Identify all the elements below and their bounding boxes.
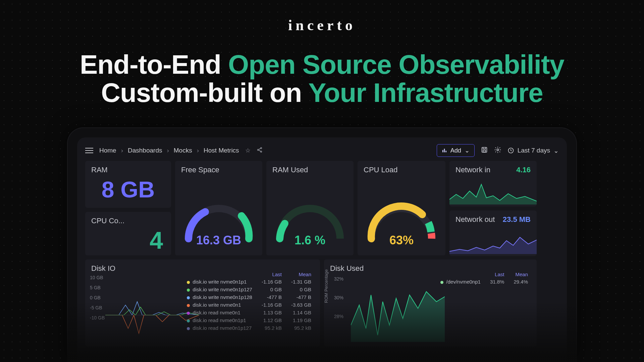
legend-row[interactable]: disk.io write nvme0n1p1-1.16 GB-1.31 GB [182,278,316,286]
legend-row[interactable]: disk.io write nvme0n1-1.16 GB-3.63 GB [182,301,316,309]
time-range-picker[interactable]: Last 7 days ⌄ [507,147,559,155]
cores-value: 4 [91,227,165,254]
dashboard-grid: RAM 8 GB CPU Co... 4 Free Space [85,161,559,362]
clock-icon [507,147,514,154]
brand-logo: incerto [0,0,644,34]
legend-row[interactable]: disk.io read nvme0n1p12795.2 kB95.2 kB [182,324,316,332]
panel-title: CPU Load [364,166,439,174]
breadcrumb: Home › Dashboards › Mocks › Host Metrics [99,147,239,154]
headline-part: Custom-built on [101,78,308,108]
axis-label: 30% [334,295,343,300]
network-out-value: 23.5 MB [503,215,531,224]
legend-row[interactable]: disk.io write nvme0n1p128-477 B-477 B [182,293,316,301]
axis-label: 10 GB [90,275,105,280]
diskio-y-axis: 10 GB 5 GB 0 GB -5 GB -10 GB [90,275,105,320]
panel-title: RAM [91,166,165,174]
diskused-chart [351,285,445,342]
crumb-hostmetrics[interactable]: Host Metrics [204,147,239,154]
panel-network-out[interactable]: Network out 23.5 MB [449,210,537,256]
svg-rect-7 [483,150,485,152]
axis-label: 32% [334,276,343,282]
panel-disk-used[interactable]: Disk Used 32% 30% 28% ROM Percentage Las… [324,259,537,347]
svg-point-8 [497,149,499,151]
panel-title: Free Space [181,166,256,174]
share-icon[interactable] [257,147,263,155]
network-in-value: 4.16 [516,166,531,174]
legend-row[interactable]: /dev/nvme0np131.8%29.4% [436,278,533,286]
headline-part: End-to-End [80,50,228,79]
panel-disk-io[interactable]: i Disk IO 10 GB 5 GB 0 GB -5 GB -10 GB [85,259,320,347]
axis-label: 5 GB [90,285,105,290]
svg-rect-3 [442,150,443,153]
panel-title: Network in [455,166,490,174]
svg-rect-4 [444,149,445,153]
panel-free-space[interactable]: Free Space 16.3 GB [175,161,262,255]
legend-row[interactable]: disk.io read nvme0n11.13 GB1.14 GB [182,309,316,316]
crumb-dashboards[interactable]: Dashboards [128,147,162,154]
dashboard-screen: Home › Dashboards › Mocks › Host Metrics… [77,137,567,362]
bar-chart-icon [442,148,447,153]
add-button[interactable]: Add ⌄ [437,144,475,157]
legend-row[interactable]: disk.io write nvme0n1p1270 GB0 GB [182,286,316,293]
save-icon[interactable] [481,146,488,155]
svg-rect-5 [445,151,446,153]
panel-ram-used[interactable]: RAM Used 1.6 % [266,161,354,255]
topbar: Home › Dashboards › Mocks › Host Metrics… [85,144,559,157]
network-out-spark [449,231,537,254]
chevron-down-icon: ⌄ [553,147,559,155]
diskused-y-axis: 32% 30% 28% [334,276,343,319]
add-button-label: Add [450,147,461,154]
free-space-value: 16.3 GB [175,233,262,247]
axis-label: -5 GB [90,305,105,310]
axis-label: -10 GB [90,315,105,320]
chevron-down-icon: ⌄ [465,147,470,154]
panel-title: Network out [455,215,495,224]
headline-part: Open Source Observability [228,50,564,79]
axis-label: 0 GB [90,295,105,300]
panel-title: CPU Co... [91,217,165,225]
device-frame: Home › Dashboards › Mocks › Host Metrics… [67,127,577,362]
star-icon[interactable]: ☆ [245,147,251,154]
panel-cpu-load[interactable]: CPU Load 63% [358,161,445,255]
ram-used-value: 1.6 % [266,233,354,247]
network-in-spark [449,181,537,204]
time-range-label: Last 7 days [518,147,550,154]
menu-icon[interactable] [85,148,93,153]
gear-icon[interactable] [494,146,501,155]
crumb-home[interactable]: Home [99,147,116,154]
chevron-right-icon: › [197,147,199,154]
hero-headline: End-to-End Open Source Observability Cus… [0,51,644,107]
axis-label: 28% [334,314,343,319]
panel-title: RAM Used [272,166,347,174]
ram-value: 8 GB [91,176,165,202]
crumb-mocks[interactable]: Mocks [174,147,192,154]
diskused-y-title: ROM Percentage [324,269,329,303]
panel-network-in[interactable]: Network in 4.16 [449,161,537,206]
legend-row[interactable]: disk.io read nvme0n1p11.12 GB1.19 GB [182,316,316,324]
chevron-right-icon: › [167,147,169,154]
cpu-load-value: 63% [358,233,445,247]
chevron-right-icon: › [121,147,123,154]
panel-ram[interactable]: RAM 8 GB [85,161,171,208]
headline-part: Your Infrastructure [308,78,543,108]
diskio-legend: LastMeandisk.io write nvme0n1p1-1.16 GB-… [182,271,316,332]
panel-cpu-cores[interactable]: CPU Co... 4 [85,212,171,255]
diskused-legend: LastMean/dev/nvme0np131.8%29.4% [436,271,533,286]
